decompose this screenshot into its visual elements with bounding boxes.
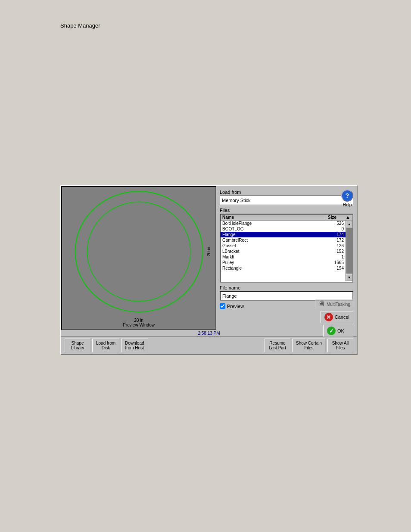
preview-checkbox-label[interactable]: Preview — [227, 304, 244, 309]
files-list-scroll[interactable]: BoltHoleFlange526BOOTLOG0Flange174Gambre… — [221, 221, 352, 281]
show-all-files-button[interactable]: Show AllFiles — [327, 339, 353, 352]
file-name-cell: Gusset — [221, 243, 326, 248]
svg-point-0 — [75, 191, 202, 312]
file-size-cell: 174 — [326, 232, 346, 237]
multitasking-button[interactable]: 🖥 MultiTasking — [315, 299, 353, 309]
scrollbar-up[interactable]: ▲ — [346, 221, 353, 227]
file-size-cell: 172 — [326, 238, 346, 243]
preview-checkbox[interactable] — [220, 303, 225, 309]
scrollbar-thumb[interactable] — [346, 228, 352, 274]
load-from-disk-button[interactable]: Load fromDisk — [92, 339, 119, 352]
list-item[interactable]: BOOTLOG0 — [221, 226, 346, 232]
file-name-label: File name — [220, 285, 353, 290]
files-list-container: Name Size ▲ BoltHoleFlange526BOOTLOG0Fla… — [220, 214, 353, 283]
list-item[interactable]: Rectangle194 — [221, 265, 346, 271]
status-time: 2:58:13 PM — [198, 331, 220, 336]
ok-icon: ✓ — [327, 327, 336, 335]
file-name-cell: Flange — [221, 232, 326, 237]
col-size-header: Size — [326, 215, 346, 220]
preview-size-right: 20 in — [206, 247, 211, 256]
scrollbar-down[interactable]: ▼ — [346, 274, 353, 281]
side-buttons: 🖥 MultiTasking ✕ Cancel ✓ OK — [315, 299, 353, 337]
file-name-cell: GambrelRect — [221, 238, 326, 243]
list-item[interactable]: GambrelRect172 — [221, 237, 346, 243]
multitasking-icon: 🖥 — [318, 300, 325, 308]
bottom-toolbar: ShapeLibrary Load fromDisk Downloadfrom … — [61, 336, 357, 354]
load-from-label: Load from — [220, 190, 353, 195]
help-label: Help — [343, 202, 352, 207]
header-scroll-spacer: ▲ — [346, 215, 352, 220]
file-size-cell: 1 — [326, 255, 346, 259]
page-title: Shape Manager — [60, 22, 100, 29]
list-item[interactable]: Gusset126 — [221, 243, 346, 249]
file-size-cell: 126 — [326, 243, 346, 248]
help-button[interactable]: ? — [341, 190, 353, 202]
file-name-cell: LBracket — [221, 249, 326, 254]
svg-point-1 — [87, 202, 190, 301]
list-item[interactable]: MarkIt1 — [221, 254, 346, 260]
file-name-cell: BoltHoleFlange — [221, 221, 326, 226]
resume-last-part-button[interactable]: ResumeLast Part — [265, 339, 290, 352]
download-from-host-button[interactable]: Downloadfrom Host — [121, 339, 148, 352]
show-certain-files-button[interactable]: Show CertainFiles — [292, 339, 326, 352]
files-list-header: Name Size ▲ — [221, 215, 352, 221]
help-area: ? Help — [341, 190, 353, 207]
col-name-header: Name — [221, 215, 326, 220]
scrollbar: ▲ ▼ — [346, 221, 352, 281]
file-name-section: File name — [220, 285, 353, 301]
list-item[interactable]: Flange174 — [221, 232, 346, 237]
list-item[interactable]: LBracket152 — [221, 249, 346, 254]
load-from-section: Load from Memory Stick — [220, 190, 353, 205]
preview-size-bottom: 20 in — [134, 318, 143, 323]
load-from-dropdown[interactable]: Memory Stick — [220, 196, 353, 205]
files-list: BoltHoleFlange526BOOTLOG0Flange174Gambre… — [221, 221, 346, 281]
file-name-cell: Pulley — [221, 260, 326, 265]
toolbar-left: ShapeLibrary Load fromDisk Downloadfrom … — [65, 339, 148, 352]
file-size-cell: 1665 — [326, 260, 346, 265]
load-from-row: Memory Stick — [220, 196, 353, 205]
multitasking-label: MultiTasking — [327, 302, 350, 307]
file-name-cell: MarkIt — [221, 255, 326, 259]
ok-button[interactable]: ✓ OK — [323, 325, 353, 337]
file-size-cell: 152 — [326, 249, 346, 254]
files-section: Files Name Size ▲ BoltHoleFlange526BOOTL… — [220, 208, 353, 283]
cancel-icon: ✕ — [324, 313, 333, 321]
cancel-label: Cancel — [335, 314, 349, 320]
preview-window-label: Preview Window — [123, 323, 155, 327]
file-size-cell: 194 — [326, 266, 346, 271]
file-name-cell: Rectangle — [221, 266, 326, 271]
toolbar-right: ResumeLast Part Show CertainFiles Show A… — [265, 339, 353, 352]
shape-preview-svg — [72, 189, 206, 314]
list-item[interactable]: Pulley1665 — [221, 260, 346, 265]
file-name-cell: BOOTLOG — [221, 227, 326, 231]
preview-panel: 20 in 20 in Preview Window — [61, 186, 216, 330]
shape-library-button[interactable]: ShapeLibrary — [65, 339, 90, 352]
status-bar: 2:58:13 PM — [61, 330, 357, 336]
files-label: Files — [220, 208, 353, 213]
preview-canvas: 20 in — [65, 187, 212, 316]
list-item[interactable]: BoltHoleFlange526 — [221, 221, 346, 226]
file-size-cell: 0 — [326, 227, 346, 231]
main-dialog: ? Help 🖥 MultiTasking ✕ Cancel ✓ OK — [60, 185, 358, 355]
cancel-button[interactable]: ✕ Cancel — [321, 311, 353, 323]
file-size-cell: 526 — [326, 221, 346, 226]
dialog-body: 20 in 20 in Preview Window Load from Mem… — [61, 186, 357, 330]
ok-label: OK — [337, 328, 344, 333]
